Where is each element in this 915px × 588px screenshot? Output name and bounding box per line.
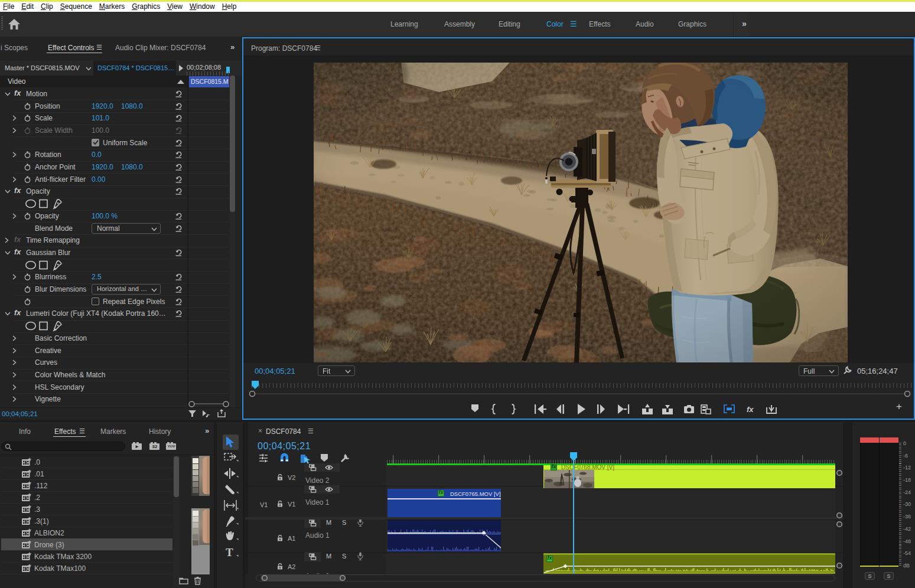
svg-text:T: T — [226, 546, 233, 558]
svg-text:fx: fx — [747, 405, 754, 414]
